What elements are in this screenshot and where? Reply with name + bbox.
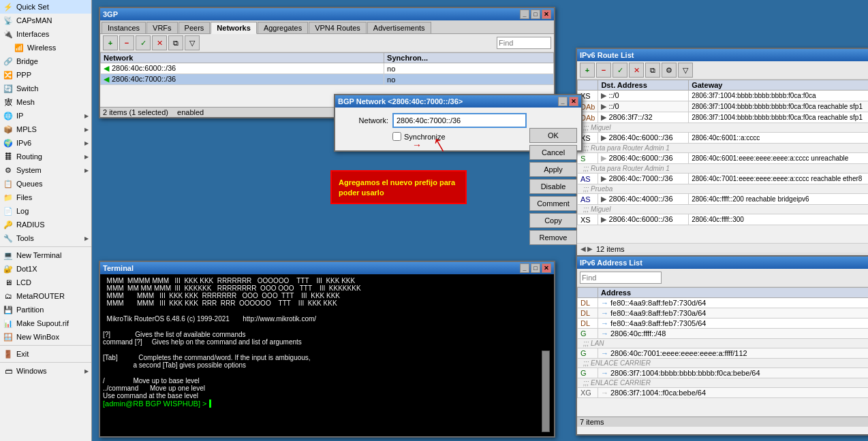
disable-button[interactable]: Disable	[529, 179, 577, 194]
dialog-win-controls: _ ✕	[558, 97, 578, 106]
sidebar-item-switch[interactable]: 🔄 Switch	[0, 82, 91, 95]
bgp-find-input[interactable]	[497, 37, 551, 49]
tab-advertisements[interactable]: Advertisements	[367, 22, 431, 33]
tab-instances[interactable]: Instances	[102, 22, 146, 33]
table-row[interactable]: XS ▶2806:40c:6000::/36 2806:40c:ffff::30…	[578, 214, 869, 225]
table-row[interactable]: ◀2806:40c:7000::/36 no	[101, 74, 554, 85]
scroll-right[interactable]: ▶	[587, 244, 593, 253]
bgp-minimize-button[interactable]: _	[520, 10, 529, 19]
sidebar-item-exit[interactable]: 🚪 Exit	[0, 347, 91, 361]
scroll-left[interactable]: ◀	[580, 244, 587, 253]
table-row[interactable]: G →2806:40c:7001:eeee:eeee:eeee:a:ffff/1…	[578, 348, 869, 359]
terminal-body[interactable]: MMM MMMM MMM III KKK KKK RRRRRRR OOOOOO …	[100, 274, 554, 436]
ipv6-settings-button[interactable]: ⚙	[662, 63, 677, 78]
tab-networks[interactable]: Networks	[211, 22, 257, 34]
sidebar-item-quick-set[interactable]: ⚡ Quick Set	[0, 0, 91, 14]
dialog-minimize-button[interactable]: _	[558, 97, 568, 106]
sidebar-item-mpls[interactable]: 📦 MPLS	[0, 122, 91, 136]
sidebar-item-mesh[interactable]: 🕸 Mesh	[0, 95, 91, 109]
tab-vrfs[interactable]: VRFs	[146, 22, 178, 33]
bgp-filter-button[interactable]: ▽	[185, 35, 200, 50]
bgp-remove-button[interactable]: −	[119, 35, 134, 50]
col-network: Network	[101, 53, 384, 63]
copy-button[interactable]: Copy	[529, 213, 577, 228]
table-row[interactable]: DL →fe80::4aa9:8aff:feb7:730a/64	[578, 308, 869, 318]
sync-cell: no	[384, 63, 554, 74]
ipv6-x-button[interactable]: ✕	[629, 63, 644, 78]
tab-vpn4routes[interactable]: VPN4 Routes	[309, 22, 367, 33]
dialog-close-button[interactable]: ✕	[569, 97, 578, 106]
bgp-copy-button[interactable]: ⧉	[168, 35, 183, 50]
comment-button[interactable]: Comment	[529, 196, 577, 211]
bgp-x-button[interactable]: ✕	[152, 35, 167, 50]
col-type-addr	[578, 288, 598, 298]
table-row[interactable]: XS ▶::/0 2806:3f7:1004:bbbb:bbbb:bbbb:f0…	[578, 91, 869, 101]
sidebar-item-files[interactable]: 📁 Files	[0, 191, 91, 204]
table-row[interactable]: AS ▶2806:40c:4000::/36 2806:40c:ffff::20…	[578, 194, 869, 205]
sidebar-item-ppp[interactable]: 🔀 PPP	[0, 68, 91, 82]
sidebar-item-new-winbox[interactable]: 🪟 New WinBox	[0, 330, 91, 344]
bgp-close-button[interactable]: ✕	[542, 10, 551, 19]
ipv6-add-button[interactable]: +	[580, 63, 595, 78]
sidebar-item-ipv6[interactable]: 🌍 IPv6	[0, 136, 91, 150]
sidebar-item-queues[interactable]: 📋 Queues	[0, 177, 91, 191]
network-input[interactable]	[392, 113, 527, 128]
ipv6-remove-button[interactable]: −	[596, 63, 611, 78]
sidebar-item-tools[interactable]: 🔧 Tools	[0, 231, 91, 245]
sidebar-item-make-supout[interactable]: 📊 Make Supout.rif	[0, 316, 91, 330]
bgp-status-text: 2 items (1 selected)	[103, 108, 168, 116]
ipv6-filter-button[interactable]: ▽	[678, 63, 693, 78]
table-row[interactable]: G →2806:40c:ffff::/48	[578, 329, 869, 339]
sidebar-item-new-terminal[interactable]: 💻 New Terminal	[0, 248, 91, 262]
table-row[interactable]: S ▶2806:40c:6000::/36 2806:40c:6001:eeee…	[578, 153, 869, 164]
terminal-scroll-thumb[interactable]	[542, 350, 550, 432]
terminal-maximize-button[interactable]: □	[531, 263, 540, 273]
table-row[interactable]: DAb ▶::/0 2806:3f7:1004:bbbb:bbbb:bbbb:f…	[578, 101, 869, 112]
sidebar-item-dot1x[interactable]: 🔐 Dot1X	[0, 262, 91, 276]
windows-icon: 🗃	[3, 365, 14, 376]
ipv6-check-button[interactable]: ✓	[613, 63, 627, 78]
table-row[interactable]: DL →fe80::4aa9:8aff:feb7:7305/64	[578, 318, 869, 329]
sidebar-item-wireless[interactable]: 📶 Wireless	[0, 41, 91, 54]
table-row[interactable]: DAb ▶2806:3f7::/32 2806:3f7:1004:bbbb:bb…	[578, 112, 869, 123]
bgp-add-button[interactable]: +	[103, 35, 118, 50]
tab-aggregates[interactable]: Aggregates	[258, 22, 308, 33]
ok-button[interactable]: OK	[529, 128, 577, 143]
dialog-network-field: Network:	[341, 113, 527, 128]
sidebar-item-radius[interactable]: 🔑 RADIUS	[0, 218, 91, 231]
sidebar-item-bridge[interactable]: 🔗 Bridge	[0, 54, 91, 68]
table-row[interactable]: AS ▶2806:40c:7000::/36 2806:40c:7001:eee…	[578, 174, 869, 184]
terminal-line: a second [Tab] gives possible options	[103, 361, 551, 369]
sidebar-item-ip[interactable]: 🌐 IP	[0, 109, 91, 122]
dialog-buttons: OK Cancel Apply Disable Comment Copy Rem…	[529, 128, 577, 245]
sidebar-item-log[interactable]: 📄 Log	[0, 204, 91, 218]
sidebar-item-system[interactable]: ⚙ System	[0, 163, 91, 177]
terminal-minimize-button[interactable]: _	[520, 263, 529, 273]
sidebar-item-lcd[interactable]: 🖥 LCD	[0, 276, 91, 289]
addr-find-input[interactable]	[580, 272, 662, 284]
sidebar-item-capsman[interactable]: 📡 CAPsMAN	[0, 14, 91, 27]
cancel-button[interactable]: Cancel	[529, 145, 577, 160]
tab-peers[interactable]: Peers	[179, 22, 211, 33]
terminal-line: / Move up to base level	[103, 377, 551, 385]
remove-button[interactable]: Remove	[529, 230, 577, 245]
sidebar-item-interfaces[interactable]: 🔌 Interfaces	[0, 27, 91, 41]
ipv6-copy2-button[interactable]: ⧉	[645, 63, 660, 78]
bgp-maximize-button[interactable]: □	[531, 10, 540, 19]
table-row[interactable]: ◀2806:40c:6000::/36 no	[101, 63, 554, 74]
table-row[interactable]: G →2806:3f7:1004:bbbb:bbbb:bbbb:f0ca:beb…	[578, 368, 869, 378]
terminal-close-button[interactable]: ✕	[542, 263, 551, 273]
table-row[interactable]: DL →fe80::4aa9:8aff:feb7:730d/64	[578, 298, 869, 308]
apply-button[interactable]: Apply	[529, 162, 577, 177]
bgp-network-dialog: BGP Network <2806:40c:7000::/36> _ ✕ Net…	[334, 94, 583, 152]
table-row[interactable]: XS ▶2806:40c:6000::/36 2806:40c:6001::a:…	[578, 133, 869, 144]
synchronize-checkbox[interactable]	[392, 132, 401, 141]
sidebar-item-partition[interactable]: 💾 Partition	[0, 303, 91, 316]
col-gw: Gateway	[689, 80, 868, 91]
sidebar-item-metarouter[interactable]: 🗂 MetaROUTER	[0, 289, 91, 303]
bgp-check-button[interactable]: ✓	[136, 35, 151, 50]
terminal-scrollbar[interactable]	[542, 350, 550, 432]
sidebar-item-routing[interactable]: 🛤 Routing	[0, 150, 91, 163]
sidebar-item-windows[interactable]: 🗃 Windows	[0, 364, 91, 378]
table-row[interactable]: XG →2806:3f7:1004::f0ca:bebe/64	[578, 388, 869, 398]
